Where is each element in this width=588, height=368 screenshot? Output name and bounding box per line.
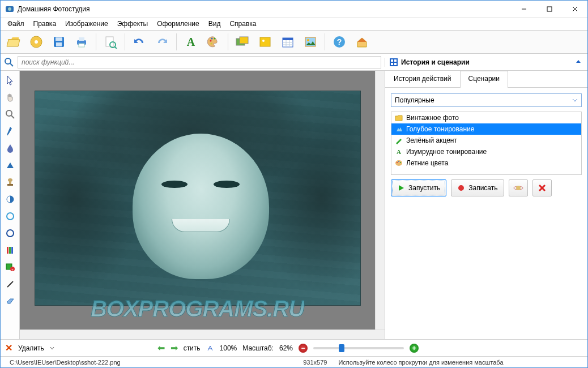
run-button[interactable]: Запустить	[391, 179, 446, 196]
delete-scenario-button[interactable]	[532, 179, 552, 196]
prev-button[interactable]: ⬅	[157, 343, 165, 353]
svg-rect-22	[240, 37, 248, 44]
rect-plus-tool[interactable]: +	[4, 261, 16, 273]
folder-icon	[395, 114, 403, 122]
text-icon[interactable]: A	[181, 32, 201, 52]
triangles-icon	[395, 125, 403, 133]
zoom-out-button[interactable]: −	[299, 344, 308, 353]
stamp-tool[interactable]	[4, 176, 16, 189]
palette-icon[interactable]	[204, 32, 223, 52]
status-path: C:\Users\IEUser\Desktop\sshot-222.png	[4, 359, 126, 366]
list-item[interactable]: Зелёный акцент	[391, 135, 581, 146]
undo-icon[interactable]	[130, 32, 149, 52]
circle2-tool[interactable]	[4, 227, 16, 239]
delete-icon[interactable]: ✕	[5, 343, 12, 353]
menu-help[interactable]: Справка	[225, 19, 261, 29]
menu-image[interactable]: Изображение	[61, 19, 113, 29]
open-icon[interactable]	[4, 32, 23, 52]
bars-tool[interactable]	[4, 244, 16, 256]
svg-point-1	[8, 7, 11, 11]
photo	[35, 91, 361, 306]
close-button[interactable]	[562, 1, 587, 17]
cursor-tool[interactable]	[4, 74, 16, 87]
separator	[228, 33, 228, 50]
svg-rect-50	[7, 247, 8, 254]
tab-scenarios[interactable]: Сценарии	[460, 71, 508, 88]
slider-thumb[interactable]	[339, 344, 344, 352]
menu-decor[interactable]: Оформление	[152, 19, 203, 29]
menu-effects[interactable]: Эффекты	[113, 19, 153, 29]
home-icon[interactable]	[352, 32, 372, 52]
tab-history[interactable]: История действий	[385, 71, 460, 88]
scrollbar-horizontal[interactable]	[20, 330, 385, 339]
list-item[interactable]: A Изумрудное тонирование	[391, 146, 581, 157]
svg-rect-9	[56, 37, 62, 41]
canvas[interactable]: BOXPROGRAMS.RU	[20, 71, 375, 330]
separator	[176, 33, 177, 50]
status-dims: 931x579	[297, 359, 333, 366]
delete-label[interactable]: Удалить	[18, 344, 44, 352]
image-icon[interactable]	[255, 32, 275, 52]
list-item[interactable]: Голубое тонирование	[391, 123, 581, 135]
panel-title: История и сценарии	[401, 58, 470, 66]
status-hint: Используйте колесо прокрутки для изменен…	[333, 359, 584, 366]
zoom-value: 62%	[279, 344, 293, 352]
search-input[interactable]	[18, 56, 381, 69]
redo-icon[interactable]	[152, 32, 172, 52]
scenario-list[interactable]: Винтажное фото Голубое тонирование Зелён…	[391, 112, 582, 175]
minimize-button[interactable]	[511, 1, 536, 17]
drop-tool[interactable]	[4, 142, 16, 155]
svg-point-63	[516, 186, 521, 190]
help-icon[interactable]: ?	[330, 32, 349, 52]
eraser-tool[interactable]	[4, 295, 16, 307]
svg-point-19	[214, 38, 216, 40]
menu-view[interactable]: Вид	[204, 19, 225, 29]
fit-label[interactable]: стить	[184, 344, 201, 352]
zoom-a-icon	[206, 344, 214, 352]
menu-edit[interactable]: Правка	[29, 19, 61, 29]
svg-rect-26	[283, 38, 293, 40]
separator	[325, 33, 325, 50]
cd-icon[interactable]	[27, 32, 46, 52]
circle-tool[interactable]	[4, 210, 16, 222]
svg-point-7	[35, 40, 38, 44]
svg-point-49	[7, 230, 14, 237]
zoom-in-button[interactable]: +	[410, 344, 419, 353]
settings-button[interactable]	[509, 179, 528, 196]
preview-icon[interactable]	[101, 32, 120, 52]
scrollbar-vertical[interactable]	[375, 71, 385, 330]
hand-tool[interactable]	[4, 91, 16, 104]
dropdown-value: Популярные	[395, 96, 434, 104]
svg-point-42	[6, 110, 12, 116]
tool-tray: +	[1, 71, 20, 339]
pencil-icon	[395, 136, 403, 144]
list-item[interactable]: Винтажное фото	[391, 112, 581, 123]
triangle-tool[interactable]	[4, 159, 16, 172]
save-icon[interactable]	[49, 32, 69, 52]
scenario-category-dropdown[interactable]: Популярные	[391, 93, 582, 107]
zoom-100[interactable]: 100%	[220, 344, 237, 352]
line-tool[interactable]	[4, 278, 16, 290]
svg-point-32	[307, 39, 309, 41]
contrast-tool[interactable]	[4, 193, 16, 206]
scenery-icon[interactable]	[301, 32, 320, 52]
svg-line-56	[7, 281, 13, 287]
collapse-button[interactable]	[574, 58, 583, 67]
images-icon[interactable]	[233, 32, 252, 52]
calendar-icon[interactable]	[278, 32, 297, 52]
list-item[interactable]: Летние цвета	[391, 157, 581, 169]
print-icon[interactable]	[72, 32, 91, 52]
chevron-down-icon[interactable]	[50, 345, 54, 352]
svg-rect-23	[260, 37, 270, 46]
next-button[interactable]: ➡	[171, 343, 178, 353]
zoom-slider[interactable]	[313, 347, 404, 349]
separator	[125, 33, 125, 50]
record-button[interactable]: Записать	[451, 179, 504, 196]
dropper-tool[interactable]	[4, 125, 16, 138]
svg-rect-45	[9, 181, 11, 184]
menu-file[interactable]: Файл	[3, 19, 29, 29]
maximize-button[interactable]	[536, 1, 562, 17]
svg-point-60	[400, 162, 401, 163]
close-icon	[538, 183, 547, 192]
zoom-tool[interactable]	[4, 108, 16, 121]
